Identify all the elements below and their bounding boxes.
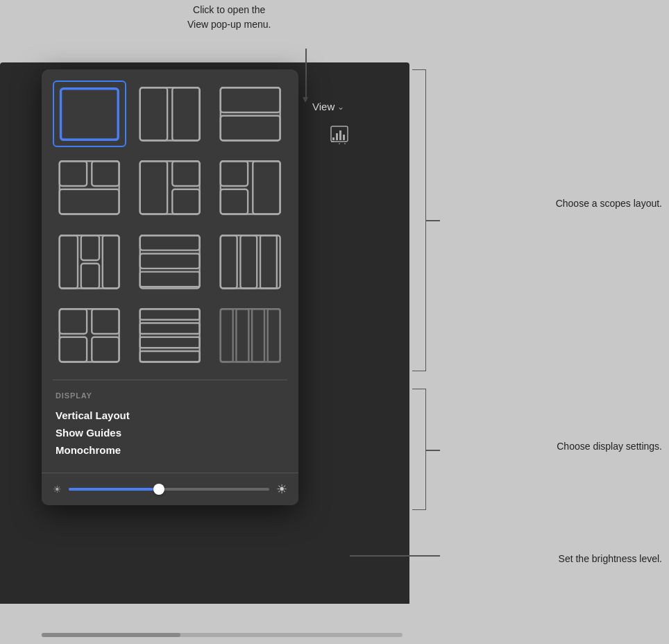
svg-rect-50 bbox=[237, 309, 249, 362]
layout-four-pane-1[interactable] bbox=[53, 228, 126, 295]
brightness-low-icon: ☀ bbox=[53, 484, 62, 495]
layout-single[interactable] bbox=[53, 80, 126, 147]
svg-rect-31 bbox=[140, 235, 200, 250]
layout-three-pane-1[interactable] bbox=[53, 154, 126, 221]
annotation-display: Choose display settings. bbox=[557, 441, 662, 452]
svg-rect-47 bbox=[140, 351, 200, 362]
layout-stacked[interactable] bbox=[133, 302, 207, 368]
svg-rect-45 bbox=[140, 323, 200, 334]
svg-rect-6 bbox=[61, 88, 119, 139]
display-label-text: Choose display settings. bbox=[557, 441, 662, 452]
svg-rect-33 bbox=[140, 271, 200, 286]
brightness-label-text: Set the brightness level. bbox=[559, 553, 662, 564]
svg-rect-4 bbox=[343, 135, 345, 140]
brightness-thumb[interactable] bbox=[153, 484, 164, 495]
svg-rect-18 bbox=[140, 161, 167, 214]
svg-rect-49 bbox=[221, 309, 233, 362]
bracket-display bbox=[412, 389, 426, 510]
brightness-high-icon: ☀ bbox=[276, 482, 287, 497]
layout-three-pane-2[interactable] bbox=[133, 154, 207, 221]
layout-two-pane-h[interactable] bbox=[133, 80, 207, 147]
layout-four-pane-2[interactable] bbox=[133, 228, 207, 295]
svg-rect-43 bbox=[140, 309, 200, 362]
svg-rect-8 bbox=[140, 87, 167, 140]
svg-rect-40 bbox=[92, 309, 119, 334]
display-item-show-guides[interactable]: Show Guides bbox=[56, 424, 285, 441]
arrow-line-top bbox=[305, 49, 307, 101]
svg-rect-3 bbox=[339, 130, 341, 140]
svg-rect-21 bbox=[221, 161, 280, 214]
annotation-scopes: Choose a scopes layout. bbox=[556, 198, 662, 209]
svg-rect-48 bbox=[221, 309, 280, 362]
view-popup-button[interactable]: View ⌄ bbox=[312, 101, 344, 112]
svg-rect-26 bbox=[60, 235, 78, 288]
svg-rect-15 bbox=[92, 161, 119, 186]
svg-rect-30 bbox=[140, 235, 200, 288]
view-popup-menu: DISPLAY Vertical Layout Show Guides Mono… bbox=[42, 69, 298, 505]
layout-four-grid[interactable] bbox=[53, 302, 126, 368]
svg-rect-38 bbox=[60, 309, 119, 362]
svg-rect-1 bbox=[332, 137, 334, 140]
svg-rect-36 bbox=[241, 235, 257, 288]
svg-rect-25 bbox=[60, 235, 119, 288]
svg-rect-13 bbox=[60, 161, 119, 214]
svg-rect-28 bbox=[81, 263, 99, 288]
bracket-scopes bbox=[412, 69, 426, 371]
svg-rect-39 bbox=[60, 309, 87, 334]
line-scopes bbox=[426, 220, 440, 221]
svg-rect-37 bbox=[260, 235, 277, 288]
svg-rect-22 bbox=[221, 161, 248, 186]
svg-rect-41 bbox=[60, 337, 87, 362]
svg-rect-9 bbox=[173, 87, 200, 140]
layout-grid-section bbox=[42, 69, 298, 380]
brightness-section: ☀ ☀ bbox=[42, 473, 298, 505]
view-button-label: View bbox=[312, 101, 334, 112]
chevron-down-icon: ⌄ bbox=[337, 102, 344, 112]
svg-rect-34 bbox=[221, 235, 280, 288]
svg-rect-11 bbox=[221, 87, 280, 112]
svg-rect-51 bbox=[252, 309, 264, 362]
svg-rect-2 bbox=[336, 133, 338, 140]
svg-rect-27 bbox=[81, 235, 99, 260]
display-section: DISPLAY Vertical Layout Show Guides Mono… bbox=[42, 380, 298, 473]
layout-two-pane-v[interactable] bbox=[214, 80, 287, 147]
display-item-vertical-layout[interactable]: Vertical Layout bbox=[56, 407, 285, 424]
scopes-label-text: Choose a scopes layout. bbox=[556, 198, 662, 209]
annotation-brightness: Set the brightness level. bbox=[559, 553, 662, 564]
svg-rect-35 bbox=[221, 235, 237, 288]
annotation-top-line1: Click to open the bbox=[187, 3, 271, 17]
svg-rect-46 bbox=[140, 337, 200, 348]
svg-rect-23 bbox=[221, 189, 248, 214]
brightness-slider-track[interactable] bbox=[69, 488, 269, 491]
scope-icon bbox=[330, 125, 349, 148]
annotation-top: Click to open the View pop-up menu. bbox=[187, 3, 271, 32]
svg-rect-32 bbox=[140, 253, 200, 268]
svg-rect-42 bbox=[92, 337, 119, 362]
display-section-heading: DISPLAY bbox=[56, 391, 285, 400]
svg-rect-17 bbox=[140, 161, 200, 214]
arrow-head-top bbox=[303, 97, 308, 103]
svg-rect-7 bbox=[140, 87, 200, 140]
display-item-monochrome[interactable]: Monochrome bbox=[56, 441, 285, 459]
brightness-fill bbox=[69, 488, 159, 491]
layout-columns[interactable] bbox=[214, 302, 287, 368]
annotation-top-line2: View pop-up menu. bbox=[187, 17, 271, 32]
svg-rect-10 bbox=[221, 87, 280, 140]
svg-rect-14 bbox=[60, 161, 87, 186]
scrollbar-thumb[interactable] bbox=[42, 633, 180, 637]
svg-rect-12 bbox=[221, 116, 280, 141]
svg-rect-16 bbox=[60, 189, 119, 214]
svg-rect-20 bbox=[173, 189, 200, 214]
layout-three-pane-3[interactable] bbox=[214, 154, 287, 221]
line-display bbox=[426, 450, 440, 451]
layout-four-pane-3[interactable] bbox=[214, 228, 287, 295]
svg-rect-19 bbox=[173, 161, 200, 186]
svg-rect-52 bbox=[268, 309, 280, 362]
horizontal-scrollbar[interactable] bbox=[42, 633, 403, 637]
line-brightness bbox=[350, 555, 440, 557]
svg-rect-44 bbox=[140, 309, 200, 320]
svg-rect-24 bbox=[253, 161, 280, 214]
svg-rect-29 bbox=[103, 235, 119, 288]
